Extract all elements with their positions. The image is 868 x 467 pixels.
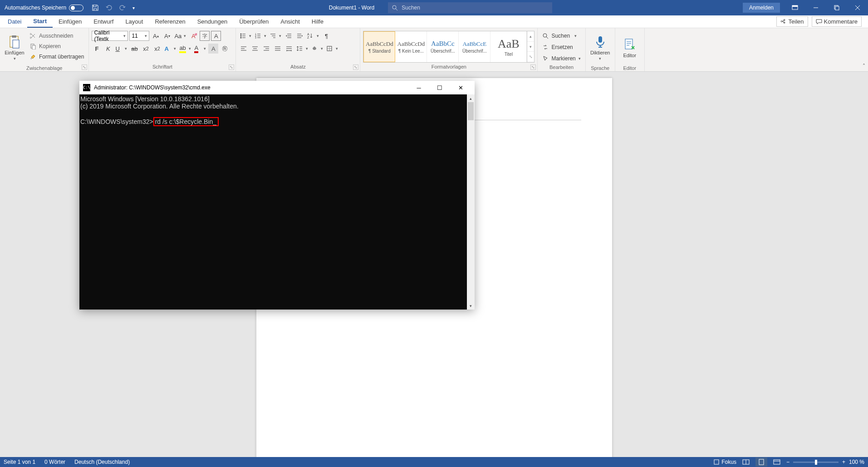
cmd-maximize-icon[interactable]: ☐ xyxy=(429,81,450,94)
style-title[interactable]: AaBTitel xyxy=(490,31,527,62)
tab-file[interactable]: Datei xyxy=(2,16,27,27)
tab-help[interactable]: Hilfe xyxy=(306,16,329,27)
copy-button[interactable]: Kopieren xyxy=(28,41,86,51)
dialog-launcher-icon[interactable]: ⤡ xyxy=(229,64,234,70)
styles-scroll[interactable]: ▴▾⤡ xyxy=(527,31,534,62)
clear-format-icon[interactable]: A⌀ xyxy=(188,31,198,41)
style-standard[interactable]: AaBbCcDd¶ Standard xyxy=(363,31,395,62)
underline-icon[interactable]: U▾ xyxy=(114,44,128,54)
tab-start[interactable]: Start xyxy=(27,15,53,28)
outdent-icon[interactable] xyxy=(284,31,294,41)
styles-gallery[interactable]: AaBbCcDd¶ Standard AaBbCcDd¶ Kein Lee...… xyxy=(363,31,535,63)
bold-icon[interactable]: F xyxy=(92,44,102,54)
toggle-off-icon[interactable] xyxy=(69,5,83,11)
word-count[interactable]: 0 Wörter xyxy=(44,459,65,465)
enclose-char-icon[interactable]: ㊩ xyxy=(220,44,230,54)
superscript-icon[interactable]: x2 xyxy=(152,44,162,54)
comments-button[interactable]: Kommentare xyxy=(812,16,862,27)
align-left-icon[interactable] xyxy=(239,44,249,54)
page-count[interactable]: Seite 1 von 1 xyxy=(4,459,35,465)
subscript-icon[interactable]: x2 xyxy=(141,44,151,54)
tab-references[interactable]: Referenzen xyxy=(149,16,191,27)
editor-button[interactable]: Editor xyxy=(618,31,642,64)
tab-insert[interactable]: Einfügen xyxy=(53,16,88,27)
minimize-icon[interactable] xyxy=(805,0,826,15)
tab-design[interactable]: Entwurf xyxy=(88,16,119,27)
zoom-level[interactable]: 100 % xyxy=(849,459,864,465)
tab-mailings[interactable]: Sendungen xyxy=(191,16,234,27)
shrink-font-icon[interactable]: A▾ xyxy=(162,31,172,41)
font-size-combo[interactable]: 11▾ xyxy=(129,31,149,41)
scroll-thumb[interactable] xyxy=(468,102,474,120)
zoom-in-icon[interactable]: + xyxy=(842,459,845,465)
paste-button[interactable]: Einfügen ▾ xyxy=(3,31,26,64)
change-case-icon[interactable]: Aa▾ xyxy=(173,31,187,41)
language[interactable]: Deutsch (Deutschland) xyxy=(74,459,130,465)
share-button[interactable]: Teilen xyxy=(776,16,808,27)
justify-icon[interactable] xyxy=(273,44,283,54)
search-box[interactable]: Suchen xyxy=(388,2,552,13)
scroll-up-icon[interactable]: ▴ xyxy=(467,94,475,102)
qat-dropdown-icon[interactable]: ▾ xyxy=(132,5,135,10)
italic-icon[interactable]: K xyxy=(103,44,113,54)
tab-review[interactable]: Überprüfen xyxy=(233,16,275,27)
chevron-up-icon[interactable]: ▴ xyxy=(527,31,534,42)
shading-icon[interactable]: ▾ xyxy=(310,44,324,54)
format-painter-button[interactable]: Format übertragen xyxy=(28,52,86,62)
align-center-icon[interactable] xyxy=(250,44,260,54)
indent-icon[interactable] xyxy=(295,31,305,41)
borders-icon[interactable]: ▾ xyxy=(325,44,339,54)
web-layout-icon[interactable] xyxy=(771,457,783,467)
dialog-launcher-icon[interactable]: ⤡ xyxy=(82,64,87,70)
show-marks-icon[interactable]: ¶ xyxy=(321,31,331,41)
line-spacing-icon[interactable]: ▾ xyxy=(295,44,309,54)
focus-mode[interactable]: Fokus xyxy=(713,459,736,465)
select-button[interactable]: Markieren▾ xyxy=(540,54,582,64)
strike-icon[interactable]: ab xyxy=(129,44,139,54)
distributed-icon[interactable] xyxy=(284,44,294,54)
ribbon-display-icon[interactable] xyxy=(785,0,805,15)
char-border-icon[interactable]: A xyxy=(211,31,221,41)
highlight-icon[interactable]: ab▾ xyxy=(178,44,192,54)
maximize-icon[interactable] xyxy=(826,0,847,15)
cmd-scrollbar[interactable]: ▴ ▾ xyxy=(467,94,475,310)
text-effects-icon[interactable]: A▾ xyxy=(163,44,177,54)
print-layout-icon[interactable] xyxy=(755,457,767,467)
collapse-ribbon-icon[interactable]: ˄ xyxy=(863,63,865,69)
replace-button[interactable]: Ersetzen xyxy=(540,42,582,52)
dictate-button[interactable]: Diktieren▾ xyxy=(588,31,612,64)
font-color-icon[interactable]: A▾ xyxy=(193,44,207,54)
cmd-close-icon[interactable]: ✕ xyxy=(450,81,471,94)
autosave-toggle[interactable]: Automatisches Speichern xyxy=(0,5,88,11)
font-name-combo[interactable]: Calibri (Textk▾ xyxy=(92,31,128,41)
read-mode-icon[interactable] xyxy=(740,457,752,467)
style-nospace[interactable]: AaBbCcDd¶ Kein Lee... xyxy=(395,31,427,62)
chevron-down-icon[interactable]: ▾ xyxy=(527,42,534,52)
multilevel-icon[interactable]: ▾ xyxy=(269,31,282,41)
style-heading1[interactable]: AaBbCcÜberschrif... xyxy=(427,31,459,62)
dialog-launcher-icon[interactable]: ⤡ xyxy=(353,64,358,70)
zoom-slider[interactable] xyxy=(793,462,839,463)
dialog-launcher-icon[interactable]: ⤡ xyxy=(530,64,536,70)
redo-icon[interactable] xyxy=(119,4,126,11)
tab-view[interactable]: Ansicht xyxy=(275,16,306,27)
char-shading-icon[interactable]: A xyxy=(208,44,218,54)
expand-icon[interactable]: ⤡ xyxy=(527,52,534,62)
cmd-minimize-icon[interactable]: ─ xyxy=(408,81,429,94)
phonetic-icon[interactable]: 字 xyxy=(200,31,210,41)
cmd-titlebar[interactable]: C:\ Administrator: C:\WINDOWS\system32\c… xyxy=(79,81,475,94)
signin-button[interactable]: Anmelden xyxy=(743,3,780,13)
grow-font-icon[interactable]: A▴ xyxy=(151,31,161,41)
bullets-icon[interactable]: ▾ xyxy=(239,31,252,41)
numbering-icon[interactable]: 123▾ xyxy=(254,31,267,41)
tab-layout[interactable]: Layout xyxy=(119,16,149,27)
align-right-icon[interactable] xyxy=(261,44,271,54)
close-icon[interactable] xyxy=(847,0,868,15)
scroll-down-icon[interactable]: ▾ xyxy=(467,302,475,310)
cmd-body[interactable]: Microsoft Windows [Version 10.0.18362.10… xyxy=(79,94,475,310)
sort-icon[interactable]: AZ▾ xyxy=(306,31,320,41)
zoom-out-icon[interactable]: − xyxy=(786,459,790,465)
find-button[interactable]: Suchen▾ xyxy=(540,31,582,41)
cut-button[interactable]: Ausschneiden xyxy=(28,31,86,41)
save-icon[interactable] xyxy=(92,4,99,11)
